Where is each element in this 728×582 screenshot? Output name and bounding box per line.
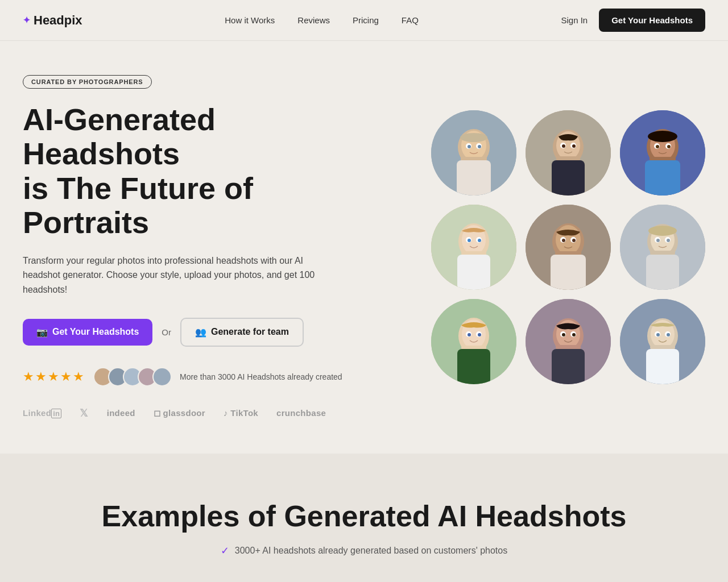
svg-point-27	[667, 145, 671, 148]
svg-point-54	[656, 239, 660, 242]
svg-point-74	[572, 333, 576, 336]
nav-how-it-works[interactable]: How it Works	[225, 15, 275, 25]
get-headshots-nav-button[interactable]: Get Your Headshots	[599, 9, 705, 32]
svg-point-64	[468, 333, 471, 336]
avatar-5	[152, 367, 172, 386]
svg-point-82	[656, 333, 660, 336]
svg-point-36	[468, 239, 471, 242]
svg-point-40	[556, 225, 581, 255]
headshot-7	[431, 299, 516, 384]
svg-point-37	[478, 239, 481, 242]
svg-point-9	[460, 133, 487, 142]
or-separator: Or	[162, 327, 171, 337]
svg-rect-50	[650, 251, 675, 255]
brand-twitter: 𝕏	[80, 407, 88, 419]
svg-rect-70	[552, 349, 585, 384]
svg-point-7	[468, 145, 471, 148]
social-proof: ★★★★★ More than 3000 AI Headshots alread…	[23, 367, 364, 386]
svg-point-46	[572, 239, 576, 242]
examples-title: Examples of Generated AI Headshots	[23, 499, 705, 533]
camera-icon: 📷	[36, 327, 48, 338]
svg-rect-61	[457, 349, 490, 384]
headshot-5	[526, 205, 611, 290]
headshot-4	[431, 205, 516, 290]
svg-point-26	[656, 145, 659, 148]
sign-in-button[interactable]: Sign In	[561, 15, 588, 25]
headshot-6	[620, 205, 705, 290]
svg-rect-69	[556, 345, 581, 350]
brand-logos: Linkedin 𝕏 indeed ◻ glassdoor ♪ TikTok c…	[23, 407, 364, 419]
avatar-group	[93, 367, 172, 386]
nav-pricing[interactable]: Pricing	[353, 15, 379, 25]
svg-point-65	[478, 333, 481, 336]
examples-section: Examples of Generated AI Headshots ✓ 300…	[0, 454, 728, 582]
nav-reviews[interactable]: Reviews	[297, 15, 330, 25]
svg-point-45	[562, 239, 565, 242]
hero-buttons: 📷 Get Your Headshots Or 👥 Generate for t…	[23, 318, 364, 347]
get-headshots-label: Get Your Headshots	[52, 327, 139, 337]
svg-rect-33	[457, 255, 490, 290]
brand-crunchbase: crunchbase	[276, 408, 326, 418]
brand-tiktok: ♪ TikTok	[224, 408, 258, 418]
hero-title: AI-Generated Headshots is The Future of …	[23, 102, 364, 240]
svg-rect-51	[646, 255, 679, 290]
svg-rect-13	[556, 156, 580, 161]
curated-badge: CURATED BY PHOTOGRAPHERS	[23, 75, 152, 89]
logo[interactable]: ✦ Headpix	[23, 13, 82, 28]
svg-point-28	[648, 131, 677, 142]
headshot-9	[620, 299, 705, 384]
svg-rect-23	[645, 160, 680, 196]
svg-point-17	[562, 144, 565, 148]
check-icon: ✓	[221, 544, 229, 557]
generate-team-label: Generate for team	[211, 327, 289, 337]
svg-point-55	[667, 239, 670, 242]
headshot-1	[431, 110, 516, 196]
hero-left: CURATED BY PHOTOGRAPHERS AI-Generated He…	[23, 75, 364, 419]
nav-actions: Sign In Get Your Headshots	[561, 9, 705, 32]
hero-title-line2: is The Future of Portraits	[23, 171, 253, 239]
proof-text: More than 3000 AI Headshots already crea…	[180, 372, 342, 381]
headshot-2	[526, 110, 611, 196]
svg-rect-42	[551, 255, 586, 290]
brand-indeed: indeed	[107, 408, 135, 418]
svg-point-18	[572, 144, 576, 148]
hero-title-line1: AI-Generated Headshots	[23, 102, 216, 171]
svg-rect-14	[552, 160, 585, 196]
hero-description: Transform your regular photos into profe…	[23, 253, 318, 297]
headshots-grid	[431, 110, 705, 384]
examples-check: ✓ 3000+ AI headshots already generated b…	[23, 544, 705, 557]
logo-text: Headpix	[34, 13, 82, 28]
svg-point-56	[648, 226, 677, 236]
svg-point-83	[667, 333, 670, 336]
examples-subtitle: 3000+ AI headshots already generated bas…	[235, 546, 507, 556]
svg-rect-79	[646, 349, 679, 384]
svg-rect-4	[457, 160, 491, 196]
star-rating: ★★★★★	[23, 369, 85, 384]
headshot-8	[526, 299, 611, 384]
logo-star-icon: ✦	[23, 15, 30, 26]
generate-team-button[interactable]: 👥 Generate for team	[180, 318, 304, 347]
navigation: ✦ Headpix How it Works Reviews Pricing F…	[0, 0, 728, 41]
svg-rect-78	[650, 345, 675, 350]
nav-links: How it Works Reviews Pricing FAQ	[225, 15, 419, 25]
svg-point-8	[478, 145, 481, 148]
svg-point-73	[562, 333, 565, 336]
brand-linkedin: Linkedin	[23, 408, 61, 418]
team-icon: 👥	[195, 327, 206, 338]
get-headshots-hero-button[interactable]: 📷 Get Your Headshots	[23, 319, 152, 346]
brand-glassdoor: ◻ glassdoor	[154, 408, 205, 418]
headshot-3	[620, 110, 705, 196]
hero-section: CURATED BY PHOTOGRAPHERS AI-Generated He…	[0, 41, 728, 454]
nav-faq[interactable]: FAQ	[402, 15, 419, 25]
